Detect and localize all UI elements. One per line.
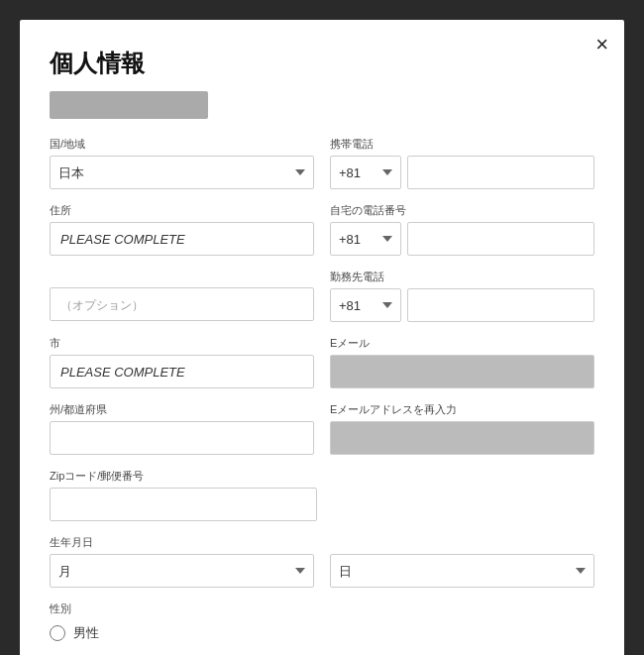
- overlay: × 個人情報 国/地域 日本 携帯電話 +81: [0, 0, 644, 655]
- address-input[interactable]: [50, 222, 314, 256]
- row-city-email: 市 Eメール: [50, 336, 594, 388]
- row-gender: 性別 男性 女性: [50, 601, 594, 655]
- group-birth-day: 日: [330, 554, 594, 588]
- group-birthdate: 生年月日 月 日: [50, 535, 594, 588]
- row-country-mobile: 国/地域 日本 携帯電話 +81: [50, 137, 594, 189]
- country-select[interactable]: 日本: [50, 156, 314, 189]
- group-address2: [50, 270, 314, 322]
- state-input[interactable]: [50, 421, 314, 455]
- city-input[interactable]: [50, 355, 314, 388]
- modal: × 個人情報 国/地域 日本 携帯電話 +81: [20, 20, 624, 655]
- work-phone-group: +81: [330, 288, 594, 322]
- state-label: 州/都道府県: [50, 402, 314, 417]
- gender-male-label: 男性: [73, 624, 99, 642]
- birth-label: 生年月日: [50, 535, 594, 550]
- group-country: 国/地域 日本: [50, 137, 314, 189]
- group-address: 住所: [50, 203, 314, 256]
- work-phone-label: 勤務先電話: [330, 270, 594, 284]
- home-phone-group: +81: [330, 222, 594, 256]
- row-state-emailconfirm: 州/都道府県 Eメールアドレスを再入力: [50, 402, 594, 455]
- home-phone-label: 自宅の電話番号: [330, 203, 594, 218]
- group-email-confirm: Eメールアドレスを再入力: [330, 402, 594, 455]
- mobile-phone-label: 携帯電話: [330, 137, 594, 152]
- group-home-phone: 自宅の電話番号 +81: [330, 203, 594, 256]
- group-work-phone: 勤務先電話 +81: [330, 270, 594, 322]
- group-mobile-phone: 携帯電話 +81: [330, 137, 594, 189]
- group-gender: 性別 男性 女性: [50, 601, 594, 655]
- name-bar: [50, 91, 208, 119]
- modal-title: 個人情報: [50, 48, 594, 79]
- home-phone-input[interactable]: [407, 222, 594, 256]
- email-confirm-label: Eメールアドレスを再入力: [330, 402, 594, 417]
- gender-radio-group: 男性 女性: [50, 624, 594, 655]
- row-zip: Zipコード/郵便番号: [50, 469, 594, 521]
- work-phone-input[interactable]: [407, 288, 594, 322]
- email-confirm-input-filled[interactable]: [330, 421, 594, 455]
- group-city: 市: [50, 336, 314, 388]
- group-birth-month: 月: [50, 554, 314, 588]
- zip-input[interactable]: [50, 488, 317, 521]
- close-button[interactable]: ×: [595, 34, 608, 55]
- city-label: 市: [50, 336, 314, 351]
- country-label: 国/地域: [50, 137, 314, 152]
- row-address2-workphone: 勤務先電話 +81: [50, 270, 594, 322]
- address-label: 住所: [50, 203, 314, 218]
- work-prefix-select[interactable]: +81: [330, 288, 401, 322]
- zip-label: Zipコード/郵便番号: [50, 469, 594, 484]
- group-email: Eメール: [330, 336, 594, 388]
- email-input-filled[interactable]: [330, 355, 594, 388]
- gender-male-radio[interactable]: [50, 625, 65, 641]
- email-label: Eメール: [330, 336, 594, 351]
- birth-group: 月 日: [50, 554, 594, 588]
- row-address-homephone: 住所 自宅の電話番号 +81: [50, 203, 594, 256]
- mobile-prefix-select[interactable]: +81: [330, 156, 401, 189]
- home-prefix-select[interactable]: +81: [330, 222, 401, 256]
- mobile-phone-group: +81: [330, 156, 594, 189]
- gender-male-option[interactable]: 男性: [50, 624, 594, 642]
- group-state: 州/都道府県: [50, 402, 314, 455]
- gender-label: 性別: [50, 601, 594, 616]
- address2-input[interactable]: [50, 287, 314, 321]
- birth-day-select[interactable]: 日: [330, 554, 594, 588]
- birth-month-select[interactable]: 月: [50, 554, 314, 588]
- row-birthdate: 生年月日 月 日: [50, 535, 594, 588]
- group-zip: Zipコード/郵便番号: [50, 469, 594, 521]
- mobile-phone-input[interactable]: [407, 156, 594, 189]
